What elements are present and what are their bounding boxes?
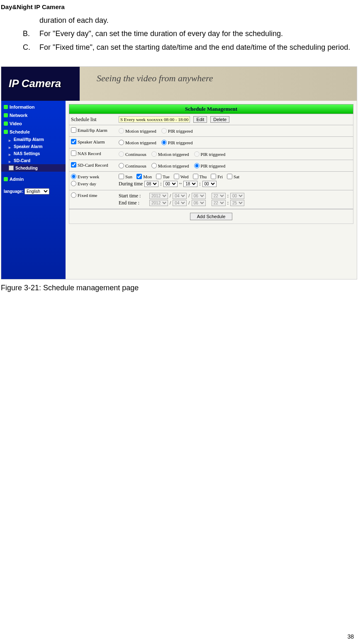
nas-pir-radio[interactable] xyxy=(194,151,200,157)
start-month[interactable]: 04 xyxy=(173,193,187,199)
day-fri-checkbox[interactable] xyxy=(211,174,216,179)
start-year[interactable]: 2012 xyxy=(149,193,168,199)
arrow-icon: ▸ xyxy=(9,138,12,141)
page-header: Day&Night IP Camera xyxy=(0,0,358,14)
speaker-pir-radio[interactable] xyxy=(161,140,167,145)
start-day[interactable]: 06 xyxy=(192,193,206,199)
separator: / xyxy=(188,193,190,199)
sd-pir-radio[interactable] xyxy=(194,163,200,168)
sd-motion-radio[interactable] xyxy=(151,163,157,168)
list-marker-c: C. xyxy=(23,41,39,54)
nas-motion-radio[interactable] xyxy=(151,151,157,157)
arrow-icon: ▸ xyxy=(9,152,12,156)
separator: : xyxy=(227,200,229,206)
separator: : xyxy=(227,193,229,199)
day-sat-checkbox[interactable] xyxy=(227,174,232,179)
nav-schedule[interactable]: Schedule xyxy=(1,128,66,136)
email-motion-radio[interactable] xyxy=(119,128,124,134)
day-thu-checkbox[interactable] xyxy=(193,174,198,179)
fixed-time-radio[interactable] xyxy=(71,192,76,198)
sidebar: Information Network Video Schedule ▸Emai… xyxy=(1,101,66,279)
speaker-alarm-checkbox[interactable] xyxy=(71,139,76,144)
figure-caption: Figure 3-21: Schedule management page xyxy=(1,284,358,292)
start-hour[interactable]: 22 xyxy=(212,193,226,199)
start-time-label: Start time : xyxy=(119,193,148,199)
end-day[interactable]: 06 xyxy=(192,200,206,206)
day-tue-checkbox[interactable] xyxy=(156,174,161,179)
panel-title: Schedule Management xyxy=(69,104,353,114)
email-alarm-row: Email/ftp Alarm Motion triggered PIR tri… xyxy=(69,125,353,136)
separator: : xyxy=(199,181,200,187)
nav-speaker[interactable]: ▸Speaker Alarm xyxy=(1,143,66,150)
expand-icon xyxy=(4,130,8,134)
tagline: Seeing the video from anywhere xyxy=(97,73,213,84)
separator: / xyxy=(170,193,171,199)
during-start-min[interactable]: 00 xyxy=(163,181,178,187)
email-pir-radio[interactable] xyxy=(161,128,167,134)
language-dropdown[interactable]: English xyxy=(24,188,49,194)
list-marker-b: B. xyxy=(23,27,39,40)
sd-record-checkbox[interactable] xyxy=(71,162,76,168)
expand-icon xyxy=(4,105,8,109)
during-time-label: During time xyxy=(119,181,143,187)
during-start-hour[interactable]: 08 xyxy=(144,181,158,187)
end-hour[interactable]: 22 xyxy=(212,200,226,206)
day-sun-checkbox[interactable] xyxy=(119,174,124,179)
body-text-line1: duration of each day. xyxy=(39,14,354,27)
schedule-list-label: Schedule list xyxy=(71,117,119,123)
nav-admin[interactable]: Admin xyxy=(1,175,66,183)
during-end-hour[interactable]: 18 xyxy=(183,181,197,187)
nav-nas[interactable]: ▸NAS Settings xyxy=(1,150,66,157)
nas-record-checkbox[interactable] xyxy=(71,151,76,156)
delete-button[interactable]: Delete xyxy=(210,116,229,123)
separator: ~ xyxy=(179,181,182,187)
doc-icon xyxy=(9,165,14,170)
nas-continuous-radio[interactable] xyxy=(119,151,124,157)
add-schedule-row: Add Schedule xyxy=(69,209,353,224)
every-day-radio[interactable] xyxy=(71,181,76,186)
nav-sdcard[interactable]: ▸SD-Card xyxy=(1,157,66,164)
separator: / xyxy=(188,200,190,206)
during-end-min[interactable]: 00 xyxy=(202,181,217,187)
language-selector: language: English xyxy=(1,183,66,199)
language-label: language: xyxy=(4,189,23,194)
every-week-radio[interactable] xyxy=(71,174,76,179)
separator: / xyxy=(170,200,171,206)
email-alarm-checkbox[interactable] xyxy=(71,127,76,133)
screenshot: IP Camera Seeing the video from anywhere… xyxy=(1,66,357,279)
list-content-b: For "Every day", can set the time durati… xyxy=(39,27,354,40)
page-number: 38 xyxy=(347,633,354,640)
expand-icon xyxy=(4,122,8,126)
separator: : xyxy=(160,181,161,187)
nav-video[interactable]: Video xyxy=(1,119,66,128)
day-mon-checkbox[interactable] xyxy=(136,174,142,179)
end-month[interactable]: 04 xyxy=(173,200,187,206)
sd-continuous-radio[interactable] xyxy=(119,163,124,168)
end-time-label: End time : xyxy=(119,200,148,206)
day-wed-checkbox[interactable] xyxy=(174,174,179,179)
add-schedule-button[interactable]: Add Schedule xyxy=(190,213,233,220)
nav-network[interactable]: Network xyxy=(1,111,66,119)
logo: IP Camera xyxy=(1,67,61,101)
sd-record-row: SD-Card Record Continuous Motion trigger… xyxy=(69,160,353,171)
speaker-alarm-row: Speaker Alarm Motion triggered PIR trigg… xyxy=(69,136,353,148)
main-panel: Schedule Management Schedule list S Ever… xyxy=(66,101,357,279)
start-min[interactable]: 00 xyxy=(230,193,244,199)
nav-emailftp[interactable]: ▸Email/ftp Alarm xyxy=(1,136,66,143)
schedule-list-row: Schedule list S Every week xooxxxx 08:00… xyxy=(69,114,353,125)
screenshot-header: IP Camera Seeing the video from anywhere xyxy=(1,67,357,101)
nas-record-row: NAS Record Continuous Motion triggered P… xyxy=(69,148,353,160)
fixed-time-row: Fixed time Start time : 2012 / 04 / 06 2… xyxy=(69,190,353,209)
arrow-icon: ▸ xyxy=(9,145,12,148)
nav-information[interactable]: Information xyxy=(1,103,66,111)
period-row: Every week Every day Sun Mon Tue Wed Thu… xyxy=(69,171,353,190)
speaker-motion-radio[interactable] xyxy=(119,140,124,145)
end-min[interactable]: 25 xyxy=(230,200,244,206)
list-item-b: B. For "Every day", can set the time dur… xyxy=(23,27,358,40)
schedule-list-item[interactable]: S Every week xooxxxx 08:00 - 18:00 xyxy=(119,116,190,123)
list-item-c: C. For "Fixed time", can set the startin… xyxy=(23,41,358,54)
end-year[interactable]: 2012 xyxy=(149,200,168,206)
edit-button[interactable]: Edit xyxy=(193,116,207,123)
nav-scheduling[interactable]: Scheduling xyxy=(1,164,66,172)
expand-icon xyxy=(4,113,8,117)
